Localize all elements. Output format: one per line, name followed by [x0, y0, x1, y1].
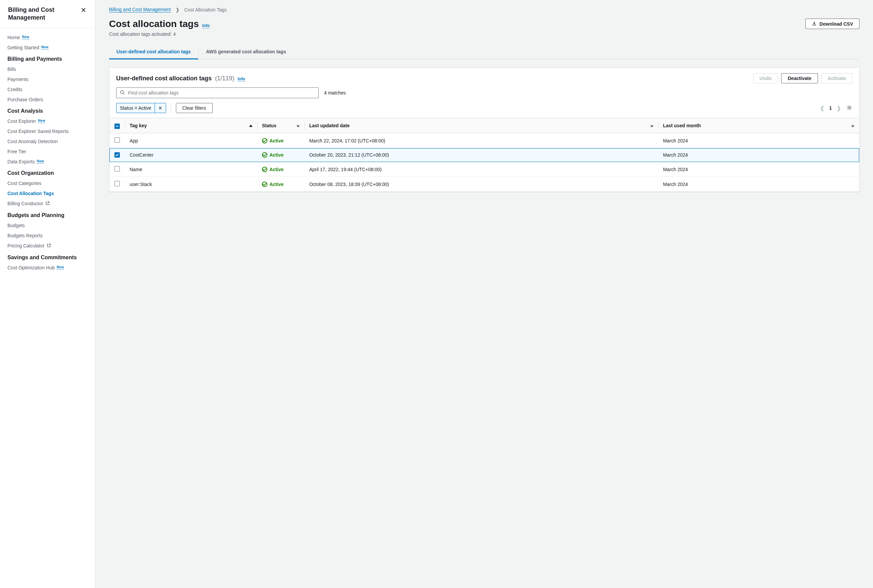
nav-heading-billing: Billing and Payments — [8, 52, 88, 64]
sidebar-item-credits[interactable]: Credits — [8, 84, 88, 94]
sidebar-item-cost-anomaly-detection[interactable]: Cost Anomaly Detection — [8, 136, 88, 147]
download-csv-button[interactable]: Download CSV — [806, 19, 860, 29]
info-link[interactable]: Info — [238, 76, 245, 82]
sidebar-item-home[interactable]: Home New — [8, 32, 88, 42]
filter-chip-label: Status = Active — [117, 103, 154, 113]
nav-heading-cost-analysis: Cost Analysis — [8, 105, 88, 116]
check-circle-icon — [262, 138, 267, 144]
new-badge: New — [38, 119, 45, 123]
tags-table: Tag key Status Last up — [110, 118, 859, 192]
cell-last-used: March 2024 — [658, 148, 859, 162]
sidebar-item-payments[interactable]: Payments — [8, 74, 88, 84]
clear-filters-button[interactable]: Clear filters — [176, 103, 213, 113]
check-circle-icon — [262, 152, 267, 158]
sidebar-item-budgets[interactable]: Budgets — [8, 220, 88, 231]
new-badge: New — [41, 45, 48, 50]
search-input[interactable] — [127, 90, 315, 96]
breadcrumb: Billing and Cost Management ❯ Cost Alloc… — [109, 7, 860, 12]
sidebar-item-purchase-orders[interactable]: Purchase Orders — [8, 94, 88, 105]
cell-status: Active — [257, 177, 304, 192]
table-row[interactable]: NameActiveApril 17, 2022, 19:44 (UTC+08:… — [110, 162, 859, 177]
cell-last-updated: March 22, 2024, 17:02 (UTC+08:00) — [304, 134, 658, 148]
row-checkbox[interactable] — [114, 137, 120, 143]
sidebar-item-label: Home — [8, 35, 20, 40]
cell-status: Active — [257, 134, 304, 148]
sidebar-item-free-tier[interactable]: Free Tier — [8, 147, 88, 157]
sidebar-item-budgets-reports[interactable]: Budgets Reports — [8, 231, 88, 241]
sort-icon — [851, 125, 854, 128]
cell-last-used: March 2024 — [658, 177, 859, 192]
gear-icon[interactable] — [846, 105, 852, 112]
sidebar-item-label: Getting Started — [8, 45, 39, 50]
download-csv-label: Download CSV — [819, 21, 853, 27]
activate-button[interactable]: Activate — [821, 73, 852, 83]
table-row[interactable]: CostCenterActiveOctober 20, 2023, 21:12 … — [110, 148, 859, 162]
sidebar-item-cost-optimization-hub[interactable]: Cost Optimization Hub New — [8, 262, 88, 273]
download-icon — [812, 21, 817, 27]
status-label: Active — [269, 182, 284, 187]
cell-status: Active — [257, 162, 304, 177]
cell-tag-key: Name — [125, 162, 257, 177]
panel-title: User-defined cost allocation tags — [116, 75, 212, 82]
tab-user-defined[interactable]: User-defined cost allocation tags — [109, 45, 198, 59]
deactivate-button[interactable]: Deactivate — [781, 73, 818, 83]
column-status[interactable]: Status — [257, 118, 304, 134]
cell-last-updated: October 20, 2023, 21:12 (UTC+08:00) — [304, 148, 658, 162]
tabs: User-defined cost allocation tags AWS ge… — [109, 45, 860, 59]
main-content: Billing and Cost Management ❯ Cost Alloc… — [96, 0, 873, 588]
svg-line-1 — [123, 93, 124, 94]
sidebar-item-pricing-calculator[interactable]: Pricing Calculator — [8, 241, 88, 251]
page-title: Cost allocation tags — [109, 19, 199, 29]
breadcrumb-current: Cost Allocation Tags — [184, 7, 227, 12]
nav-heading-budgets: Budgets and Planning — [8, 209, 88, 220]
page-number: 1 — [829, 105, 832, 111]
close-icon[interactable]: ✕ — [80, 6, 88, 14]
tags-panel: User-defined cost allocation tags (1/119… — [109, 68, 860, 192]
row-checkbox[interactable] — [114, 181, 120, 186]
sidebar-item-billing-conductor[interactable]: Billing Conductor — [8, 198, 88, 209]
sidebar-item-cost-categories[interactable]: Cost Categories — [8, 178, 88, 188]
row-checkbox[interactable] — [114, 152, 120, 158]
pager: ❮ 1 ❯ — [820, 105, 841, 111]
cell-last-updated: October 08, 2023, 18:39 (UTC+08:00) — [304, 177, 658, 192]
sidebar-item-data-exports[interactable]: Data Exports New — [8, 157, 88, 167]
sort-ascending-icon — [249, 124, 252, 127]
table-row[interactable]: AppActiveMarch 22, 2024, 17:02 (UTC+08:0… — [110, 134, 859, 148]
svg-point-0 — [120, 90, 123, 93]
checkbox-indeterminate-icon[interactable] — [114, 123, 120, 129]
nav-heading-cost-organization: Cost Organization — [8, 167, 88, 178]
filter-chip-status[interactable]: Status = Active ✕ — [116, 103, 166, 113]
new-badge: New — [22, 35, 29, 39]
sort-icon — [296, 125, 300, 128]
status-label: Active — [269, 167, 284, 172]
search-icon — [120, 90, 124, 96]
remove-filter-icon[interactable]: ✕ — [154, 103, 166, 113]
match-count: 4 matches — [324, 90, 346, 96]
row-checkbox[interactable] — [114, 166, 120, 171]
cell-tag-key: user:Stack — [125, 177, 257, 192]
new-badge: New — [57, 265, 64, 270]
column-last-used[interactable]: Last used month — [658, 118, 859, 134]
column-last-updated[interactable]: Last updated date — [304, 118, 658, 134]
sidebar-item-bills[interactable]: Bills — [8, 64, 88, 74]
sidebar-item-cost-explorer-saved-reports[interactable]: Cost Explorer Saved Reports — [8, 126, 88, 136]
tab-aws-generated[interactable]: AWS generated cost allocation tags — [198, 45, 293, 59]
check-circle-icon — [262, 182, 267, 187]
select-all-header[interactable] — [110, 118, 125, 134]
sidebar-item-cost-allocation-tags[interactable]: Cost Allocation Tags — [8, 188, 88, 198]
table-row[interactable]: user:StackActiveOctober 08, 2023, 18:39 … — [110, 177, 859, 192]
nav-heading-savings: Savings and Commitments — [8, 251, 88, 262]
prev-page-icon[interactable]: ❮ — [820, 105, 824, 111]
search-input-wrap[interactable] — [116, 87, 319, 98]
column-tag-key[interactable]: Tag key — [125, 118, 257, 134]
cell-tag-key: CostCenter — [125, 148, 257, 162]
info-link[interactable]: Info — [202, 23, 210, 28]
sidebar-item-cost-explorer[interactable]: Cost Explorer New — [8, 116, 88, 126]
page-subtitle: Cost allocation tags activated: 4 — [109, 32, 860, 37]
sidebar: Billing and Cost Management ✕ Home New G… — [0, 0, 96, 588]
sidebar-item-getting-started[interactable]: Getting Started New — [8, 42, 88, 52]
breadcrumb-root[interactable]: Billing and Cost Management — [109, 7, 171, 12]
undo-button[interactable]: Undo — [753, 73, 778, 83]
next-page-icon[interactable]: ❯ — [837, 105, 841, 111]
cell-status: Active — [257, 148, 304, 162]
